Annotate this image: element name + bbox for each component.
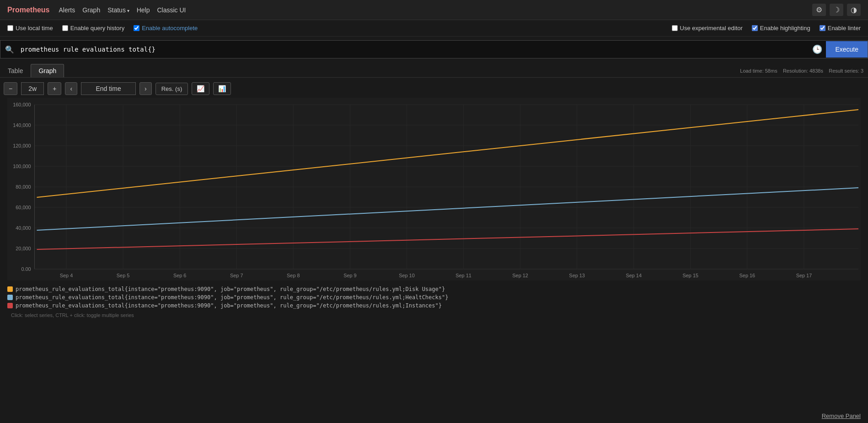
tab-table[interactable]: Table xyxy=(0,64,31,77)
svg-text:Sep 16: Sep 16 xyxy=(739,273,755,278)
tab-info: Load time: 58ms Resolution: 4838s Result… xyxy=(740,68,868,74)
legend-color-1 xyxy=(7,295,13,300)
graph-controls: − 2w + ‹ End time › Res. (s) 📈 📊 xyxy=(4,78,864,98)
resolution-button[interactable]: Res. (s) xyxy=(155,83,188,95)
svg-text:Sep 14: Sep 14 xyxy=(626,273,642,278)
nav-help[interactable]: Help xyxy=(137,6,150,14)
result-series: Result series: 3 xyxy=(829,68,863,74)
zoom-out-button[interactable]: − xyxy=(4,82,17,95)
svg-text:140,000: 140,000 xyxy=(13,122,31,128)
execute-button[interactable]: Execute xyxy=(826,41,868,58)
enable-linter-option[interactable]: Enable linter xyxy=(820,25,861,32)
use-experimental-editor-option[interactable]: Use experimental editor xyxy=(672,25,743,32)
svg-text:Sep 12: Sep 12 xyxy=(512,273,528,278)
query-input[interactable] xyxy=(19,42,809,57)
enable-query-history-checkbox[interactable] xyxy=(62,25,68,31)
svg-text:60,000: 60,000 xyxy=(16,205,31,210)
legend-label-1: prometheus_rule_evaluations_total{instan… xyxy=(16,294,448,301)
enable-autocomplete-checkbox[interactable] xyxy=(134,25,139,31)
nav-graph[interactable]: Graph xyxy=(82,6,100,14)
footer: Remove Panel xyxy=(814,409,868,423)
legend-item-2[interactable]: prometheus_rule_evaluations_total{instan… xyxy=(7,302,861,309)
legend: prometheus_rule_evaluations_total{instan… xyxy=(4,280,864,322)
theme-icon-btn[interactable]: ☽ xyxy=(830,4,843,16)
legend-item-1[interactable]: prometheus_rule_evaluations_total{instan… xyxy=(7,294,861,301)
enable-linter-checkbox[interactable] xyxy=(820,25,825,31)
chart-line-button[interactable]: 📈 xyxy=(192,82,209,95)
enable-query-history-option[interactable]: Enable query history xyxy=(62,25,125,32)
chart-line-icon: 📈 xyxy=(197,85,204,92)
contrast-icon-btn[interactable]: ◑ xyxy=(847,4,861,16)
main-content: − 2w + ‹ End time › Res. (s) 📈 📊 xyxy=(0,78,868,322)
use-experimental-editor-checkbox[interactable] xyxy=(672,25,678,31)
enable-linter-label: Enable linter xyxy=(828,25,861,32)
svg-text:0.00: 0.00 xyxy=(21,266,31,272)
use-local-time-checkbox[interactable] xyxy=(7,25,13,31)
enable-autocomplete-label: Enable autocomplete xyxy=(142,25,198,32)
nav-alerts[interactable]: Alerts xyxy=(59,6,75,14)
svg-text:Sep 9: Sep 9 xyxy=(343,273,356,278)
chart-stacked-button[interactable]: 📊 xyxy=(213,82,231,95)
legend-hint: Click: select series, CTRL + click: togg… xyxy=(7,311,861,320)
svg-text:20,000: 20,000 xyxy=(16,246,31,251)
chart-stacked-icon: 📊 xyxy=(218,85,226,92)
app-brand: Prometheus xyxy=(7,6,49,14)
use-experimental-editor-label: Use experimental editor xyxy=(680,25,743,32)
time-icon-btn[interactable]: 🕒 xyxy=(809,41,826,58)
legend-item-0[interactable]: prometheus_rule_evaluations_total{instan… xyxy=(7,286,861,292)
end-time-display: End time xyxy=(81,82,136,95)
options-right: Use experimental editor Enable highlight… xyxy=(672,25,861,32)
svg-text:Sep 13: Sep 13 xyxy=(569,273,585,278)
tabs: Table Graph xyxy=(0,64,64,77)
enable-query-history-label: Enable query history xyxy=(70,25,125,32)
enable-highlighting-label: Enable highlighting xyxy=(760,25,810,32)
legend-color-0 xyxy=(7,286,13,292)
svg-text:100,000: 100,000 xyxy=(13,164,31,169)
enable-highlighting-checkbox[interactable] xyxy=(752,25,758,31)
svg-text:80,000: 80,000 xyxy=(16,184,31,190)
svg-text:Sep 5: Sep 5 xyxy=(117,273,129,278)
svg-text:Sep 6: Sep 6 xyxy=(173,273,186,278)
nav-classic-ui[interactable]: Classic UI xyxy=(157,6,186,14)
zoom-in-button[interactable]: + xyxy=(48,82,61,95)
nav-status-dropdown[interactable]: Status xyxy=(107,6,129,14)
chart-svg: 160,000 140,000 120,000 100,000 80,000 6… xyxy=(7,98,861,280)
chart-container: 160,000 140,000 120,000 100,000 80,000 6… xyxy=(4,98,864,280)
prev-time-button[interactable]: ‹ xyxy=(65,82,77,95)
svg-text:Sep 10: Sep 10 xyxy=(399,273,415,278)
navbar-right: ⚙ ☽ ◑ xyxy=(812,4,861,16)
svg-text:Sep 15: Sep 15 xyxy=(683,273,699,278)
svg-text:160,000: 160,000 xyxy=(13,102,31,107)
duration-display: 2w xyxy=(21,82,44,95)
svg-text:Sep 8: Sep 8 xyxy=(287,273,300,278)
load-time: Load time: 58ms xyxy=(740,68,777,74)
svg-text:Sep 4: Sep 4 xyxy=(60,273,73,278)
svg-text:Sep 7: Sep 7 xyxy=(230,273,243,278)
tab-graph[interactable]: Graph xyxy=(31,64,64,77)
tab-area: Table Graph Load time: 58ms Resolution: … xyxy=(0,62,868,78)
svg-text:Sep 11: Sep 11 xyxy=(455,273,472,278)
nav-status-label[interactable]: Status xyxy=(107,6,129,14)
resolution: Resolution: 4838s xyxy=(783,68,823,74)
legend-color-2 xyxy=(7,303,13,308)
search-bar: 🔍 🕒 Execute xyxy=(0,40,868,58)
enable-highlighting-option[interactable]: Enable highlighting xyxy=(752,25,810,32)
options-bar: Use local time Enable query history Enab… xyxy=(0,20,868,37)
svg-text:120,000: 120,000 xyxy=(13,143,31,148)
enable-autocomplete-option[interactable]: Enable autocomplete xyxy=(134,25,198,32)
search-icon: 🔍 xyxy=(0,42,19,58)
legend-label-0: prometheus_rule_evaluations_total{instan… xyxy=(16,286,445,292)
svg-text:40,000: 40,000 xyxy=(16,225,31,231)
settings-icon-btn[interactable]: ⚙ xyxy=(812,4,826,16)
legend-label-2: prometheus_rule_evaluations_total{instan… xyxy=(16,302,442,309)
navbar: Prometheus Alerts Graph Status Help Clas… xyxy=(0,0,868,20)
svg-text:Sep 17: Sep 17 xyxy=(796,273,812,278)
next-time-button[interactable]: › xyxy=(139,82,152,95)
use-local-time-option[interactable]: Use local time xyxy=(7,25,53,32)
use-local-time-label: Use local time xyxy=(16,25,53,32)
remove-panel-button[interactable]: Remove Panel xyxy=(822,412,861,419)
